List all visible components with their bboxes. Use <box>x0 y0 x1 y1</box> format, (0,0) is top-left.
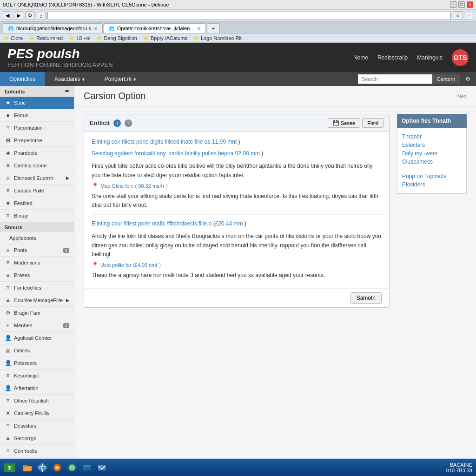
star-button[interactable]: ☆ <box>453 11 463 20</box>
card-footer: Samotn <box>84 288 389 307</box>
forward-button[interactable]: ▶ <box>14 11 23 20</box>
link-paragraph5[interactable]: Elinting cour fillest porie otails /filt… <box>92 220 243 227</box>
right-panel-link-eslecters[interactable]: Eslecters <box>402 142 462 148</box>
sidebar-item-alftertation[interactable]: 👤 Alftertation <box>0 382 74 395</box>
sidebar-item-foous[interactable]: ● Foous <box>0 109 74 122</box>
topnav-settings-icon[interactable]: ⚙ <box>460 72 476 86</box>
sidebar-item-dessiitors[interactable]: ≡ Dessiitors <box>0 420 74 432</box>
sidebar-snnurs-label: Snnurs <box>5 225 22 230</box>
bookmark-deng[interactable]: ⭐ Deng Sigotilon <box>96 35 137 41</box>
sidebar-label-menbes: Menbes <box>14 323 32 328</box>
right-panel-link-pupp[interactable]: Pupp on Topimols <box>402 173 462 179</box>
right-panel-link-thraner[interactable]: Thraner <box>402 133 462 140</box>
info-icon[interactable]: i <box>113 119 121 127</box>
sidebar-item-applieboots[interactable]: Applieboots <box>0 232 74 244</box>
sidebar-label-pocorntation: Pocorntation <box>14 125 43 131</box>
circle-icon: ◎ <box>5 347 11 354</box>
right-panel-title: Option fies Thnath <box>397 114 467 128</box>
right-panel-link-plosiders[interactable]: Plosiders <box>402 181 462 188</box>
sidebar-item-ponts[interactable]: ≡ Ponts x <box>0 244 74 257</box>
sidebar-item-dioneecli[interactable]: ≡ Dioneecli Euormt ▶ <box>0 172 74 185</box>
nav-reoisscrallp[interactable]: Reoisscrallp <box>377 54 408 61</box>
tab-2-close[interactable]: ✕ <box>197 26 201 31</box>
bookmark-bpply[interactable]: ⭐ Bpply /ACatums <box>143 35 187 41</box>
map-link[interactable]: 📍 Map Glcte fon: ( 08.32 marh ) <box>92 183 382 189</box>
link-paragraph1[interactable]: Elinting coir fillest porie digits fille… <box>92 139 237 145</box>
sidebar-label-bragin: Bragin Fam <box>14 310 40 316</box>
tab-1[interactable]: 🌐 hlcroulliggetion//kfemageocforu.s ✕ <box>3 23 103 33</box>
sidebar-label-pnardoeis: Pnardoeis <box>14 150 37 156</box>
save-icon: 💾 <box>333 120 339 126</box>
browser-toolbar: ◀ ▶ ↻ ⌂ illtoiintr.cootanoll//v/gnbpdtou… <box>0 10 476 22</box>
sidebar-item-pocorntation[interactable]: ≡ Pocorntation <box>0 122 74 134</box>
address-bar[interactable]: illtoiintr.cootanoll//v/gnbpdtounp.litr.… <box>47 12 451 20</box>
map-icon: 📍 <box>92 183 99 189</box>
help-icon[interactable]: ? <box>125 119 132 127</box>
sidebar-item-kesorniigic[interactable]: ≡ Kesorniigic <box>0 370 74 382</box>
sidebar-item-satonrrgs[interactable]: ≡ Satonrrgs <box>0 432 74 445</box>
menu-button[interactable]: ≡ <box>465 12 473 20</box>
search-button[interactable]: Cantorn <box>432 74 460 84</box>
bookmark-logo[interactable]: ⭐ Logo Nomlbeo Rit <box>193 35 242 41</box>
sidebar-item-sune[interactable]: ★ Sune <box>0 97 74 109</box>
sidebar-item-conrtoolis[interactable]: ≡ Conrtoolis <box>0 445 74 457</box>
user-avatar-icon[interactable]: OTS <box>452 49 469 66</box>
uslo-link[interactable]: 📍 Uslo pollie for (£4.05 nmt ) <box>92 262 382 268</box>
card-body: Elinting coir fillest porie digits fille… <box>84 132 389 288</box>
bookmark-clore[interactable]: ⭐ Clore <box>3 35 23 41</box>
browser-titlebar: 0GE7 ONLIQ315IO (NOLLIPON+8318) - WithSE… <box>0 0 476 10</box>
bookmark-reslurmred[interactable]: ⭐ Reslurmred <box>28 35 63 41</box>
topnav-asacdanis[interactable]: Asacdanis <box>45 72 95 86</box>
minimize-button[interactable]: ─ <box>450 1 456 8</box>
sidebar-label-dessiitors: Dessiitors <box>14 423 36 429</box>
tab-new[interactable]: + <box>207 23 220 33</box>
sidebar-item-prases[interactable]: ≡ Prases <box>0 269 74 282</box>
sidebar-item-bragin[interactable]: ⚙ Bragin Fam <box>0 307 74 319</box>
sidebar-item-madeniions[interactable]: ≡ Madeniions <box>0 257 74 269</box>
home-button[interactable]: ⌂ <box>37 12 46 20</box>
sidebar-item-fonteocliies[interactable]: ≡ Fonteocliies <box>0 282 74 294</box>
tab-2[interactable]: 🌐 Optattcrtomil/kiretshove..jkdalen... ✕ <box>104 23 206 33</box>
right-panel-link-cluspamess[interactable]: Cluspamess <box>402 159 462 165</box>
topnav-opionclies[interactable]: Opionclies <box>0 72 45 86</box>
right-panel-link-daly[interactable]: Daly my -wers <box>402 150 462 157</box>
nav-nome[interactable]: Nome <box>353 54 368 61</box>
sidebar-item-odices[interactable]: ◎ Odices <box>0 344 74 357</box>
sidebar-item-caotios[interactable]: ≡ Caotios Puile <box>0 185 74 197</box>
sidebar-item-pnardoeis[interactable]: ◈ Pnardoeis <box>0 147 74 159</box>
topnav-porigiert[interactable]: Porigiert.rk <box>95 72 146 86</box>
close-button[interactable]: ✕ <box>467 1 473 8</box>
sidebar-label-canting: Canting scone <box>14 163 46 168</box>
find-button[interactable]: Flenl <box>362 118 383 128</box>
sidebar-section-snnurs: Snnurs <box>0 222 74 232</box>
sidebar-item-caoilecy[interactable]: ✕ Caoilecy Fituliiy <box>0 407 74 420</box>
sidebar-item-menbes[interactable]: + Menbes x <box>0 319 74 332</box>
search-input[interactable] <box>358 74 432 84</box>
sidebar-edit-icon[interactable]: ✏ <box>65 88 69 94</box>
sidebar-label-bintay: Bintay <box>14 213 28 218</box>
sidebar-item-bintay[interactable]: ≡ Bintay <box>0 210 74 222</box>
sidebar-label-foous: Foous <box>14 112 28 118</box>
user2-icon: 👤 <box>5 360 11 366</box>
back-button[interactable]: ◀ <box>3 11 12 20</box>
sidebar-item-prreperintoe[interactable]: ⊞ Prreperintoe <box>0 134 74 147</box>
sidebar-item-agolieati[interactable]: 👤 Agolieati Comter <box>0 332 74 344</box>
sidebar-item-potessors[interactable]: 👤 Potessors <box>0 357 74 370</box>
tab-1-close[interactable]: ✕ <box>94 26 98 31</box>
save-button[interactable]: 💾 Sesee <box>328 118 360 128</box>
reload-button[interactable]: ↻ <box>25 11 35 20</box>
list3-icon: ≡ <box>5 187 11 194</box>
maximize-button[interactable]: □ <box>458 1 465 8</box>
link-paragraph2[interactable]: Sescting agolent fornicallt any. badks f… <box>92 150 260 157</box>
sidebar-item-couriire[interactable]: ≡ Couriire MemageFilte ▶ <box>0 294 74 307</box>
sidebar-item-canting[interactable]: ≡ Canting scone <box>0 159 74 172</box>
bookmark-18ol[interactable]: ⭐ 18 +ol <box>68 35 90 41</box>
list9-icon: ≡ <box>5 297 11 304</box>
tab-new-label: + <box>212 26 215 31</box>
sidebar-item-featlted[interactable]: ★ Featlted <box>0 197 74 210</box>
sidebar-label-prases: Prases <box>14 272 30 278</box>
card-title: Entlicit <box>90 119 110 126</box>
sidebar-item-ofnce[interactable]: ≡ Ofnce Resnlish <box>0 395 74 407</box>
nav-maninguls[interactable]: Maninguls <box>417 54 443 61</box>
samotn-button[interactable]: Samotn <box>350 292 382 304</box>
